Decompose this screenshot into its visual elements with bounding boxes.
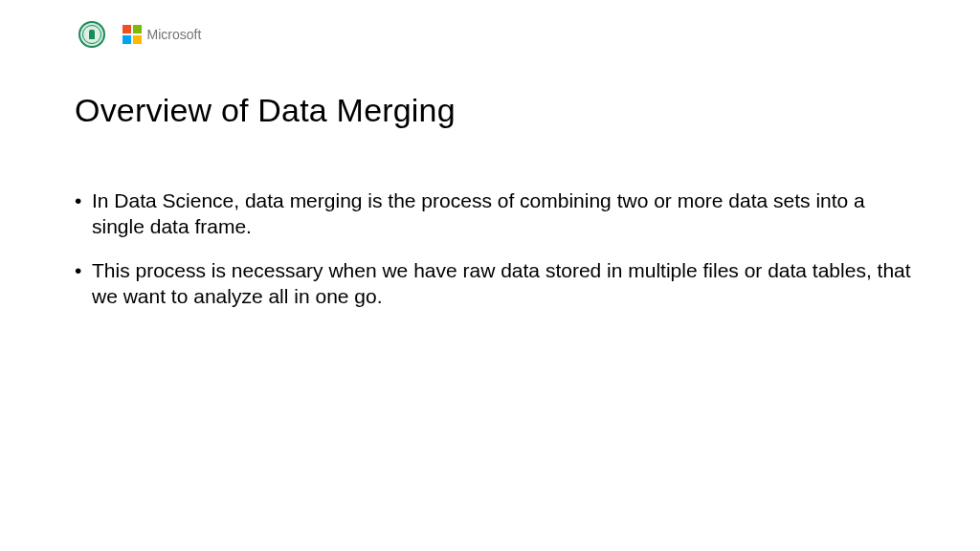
bullet-item: This process is necessary when we have r… [75, 257, 923, 310]
microsoft-logo: Microsoft [122, 25, 201, 44]
slide-content: In Data Science, data merging is the pro… [75, 187, 923, 326]
microsoft-label: Microsoft [147, 27, 202, 42]
institution-logo-icon [78, 21, 105, 48]
header-logos: Microsoft [78, 21, 201, 48]
bullet-item: In Data Science, data merging is the pro… [75, 187, 923, 240]
bullet-list: In Data Science, data merging is the pro… [75, 187, 923, 309]
microsoft-grid-icon [122, 25, 142, 44]
slide-title: Overview of Data Merging [75, 92, 456, 129]
